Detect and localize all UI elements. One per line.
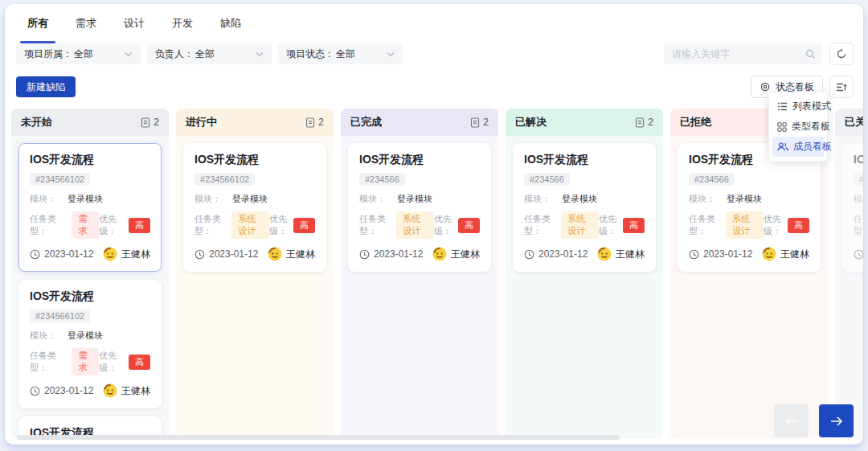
menu-item-list-mode-label: 列表模式 xyxy=(792,100,831,113)
task-type-badge: 需求 xyxy=(72,348,99,375)
card-date: 2023-01-12 xyxy=(524,248,588,260)
card-footer: 2023-01-12王健林 xyxy=(30,247,150,261)
sort-icon xyxy=(836,82,847,92)
tab-requirements[interactable]: 需求 xyxy=(76,16,96,36)
search-input[interactable] xyxy=(672,48,805,59)
kanban-column: 已关闭2IOS开发流程#234566模块：登录模块任务类型：系统设计优先级：高2… xyxy=(835,109,863,439)
assignee-name: 王健林 xyxy=(121,384,150,398)
document-icon xyxy=(141,117,150,128)
card-assignee: 王健林 xyxy=(103,383,150,398)
column-body: IOS开发流程#234566102模块：登录模块任务类型：系统设计优先级：高20… xyxy=(176,136,334,279)
column-body: IOS开发流程#234566模块：登录模块任务类型：系统设计优先级：高2023-… xyxy=(835,136,863,279)
tab-all-label: 所有 xyxy=(27,17,48,29)
menu-item-type-board[interactable]: 类型看板 xyxy=(772,117,824,137)
card-module-row: 模块：登录模块 xyxy=(30,330,150,342)
card-id-badge: #234566102 xyxy=(30,173,90,186)
tab-design[interactable]: 设计 xyxy=(124,16,145,36)
card-date: 2023-01-12 xyxy=(359,248,423,260)
card-type-priority-row: 任务类型：需求优先级：高 xyxy=(30,348,150,375)
module-label: 模块： xyxy=(194,193,221,205)
search-box xyxy=(664,43,822,64)
avatar xyxy=(103,247,117,261)
priority-group: 优先级：高 xyxy=(269,213,315,237)
clock-icon xyxy=(194,249,205,260)
column-count-value: 2 xyxy=(648,117,653,128)
card-footer: 2023-01-12王健林 xyxy=(194,247,315,261)
card-type-priority-row: 任务类型：需求优先级：高 xyxy=(30,211,150,239)
scroll-left-button[interactable] xyxy=(774,404,809,437)
module-label: 模块： xyxy=(359,193,386,205)
card-id-badge: #234566 xyxy=(689,173,735,186)
column-header: 已解决2 xyxy=(506,109,663,136)
card-footer: 2023-01-12王健林 xyxy=(30,383,150,398)
card-module-row: 模块：登录模块 xyxy=(194,193,315,205)
kanban-column: 进行中2IOS开发流程#234566102模块：登录模块任务类型：系统设计优先级… xyxy=(176,109,334,439)
card-type-priority-row: 任务类型：系统设计优先级：高 xyxy=(194,211,315,239)
new-defect-button[interactable]: 新建缺陷 xyxy=(16,76,76,97)
reset-button[interactable] xyxy=(829,43,854,65)
document-icon xyxy=(470,117,480,128)
priority-group: 优先级：高 xyxy=(599,213,645,237)
column-count-value: 2 xyxy=(483,117,489,128)
tab-all[interactable]: 所有 xyxy=(27,16,48,36)
search-icon[interactable] xyxy=(805,49,816,59)
card-title: IOS开发流程 xyxy=(854,153,863,167)
task-card[interactable]: IOS开发流程#234566102模块：登录模块任务类型：系统设计优先级：高20… xyxy=(183,143,326,272)
card-date: 2023-01-12 xyxy=(689,248,752,260)
scroll-right-button[interactable] xyxy=(819,404,854,437)
filter-row: 项目所属： 全部 负责人： 全部 项目状态： 全部 xyxy=(5,36,863,65)
card-assignee: 王健林 xyxy=(762,247,809,261)
task-type-label: 任务类型： xyxy=(524,213,555,237)
column-title: 已拒绝 xyxy=(680,115,711,129)
column-header: 已关闭2 xyxy=(835,109,863,136)
filter-status-select[interactable]: 项目状态： 全部 xyxy=(278,43,403,64)
priority-label: 优先级： xyxy=(599,213,616,237)
horizontal-scrollbar[interactable] xyxy=(17,435,620,440)
column-body: IOS开发流程#234566模块：登录模块任务类型：系统设计优先级：高2023-… xyxy=(506,136,663,279)
card-title: IOS开发流程 xyxy=(359,153,480,167)
task-card[interactable]: IOS开发流程#234566102模块：登录模块任务类型：需求优先级：高2023… xyxy=(18,280,162,408)
priority-label: 优先级： xyxy=(99,350,122,374)
column-body: IOS开发流程#234566模块：登录模块任务类型：系统设计优先级：高2023-… xyxy=(341,136,498,279)
refresh-icon xyxy=(836,48,847,59)
avatar xyxy=(103,383,117,398)
task-card[interactable]: IOS开发流程#234566模块：登录模块任务类型：系统设计优先级：高2023-… xyxy=(678,143,821,272)
task-type-badge: 系统设计 xyxy=(561,211,599,239)
priority-group: 优先级：高 xyxy=(764,213,809,237)
card-date: 2023-01-12 xyxy=(194,248,258,260)
card-module-row: 模块：登录模块 xyxy=(854,193,863,205)
card-module-row: 模块：登录模块 xyxy=(524,193,645,205)
task-card[interactable]: IOS开发流程#234566模块：登录模块任务类型：系统设计优先级：高2023-… xyxy=(348,143,491,272)
card-type-priority-row: 任务类型：系统设计优先级：高 xyxy=(359,211,480,239)
priority-badge: 高 xyxy=(458,218,480,233)
task-card[interactable]: IOS开发流程#234566模块：登录模块任务类型：系统设计优先级：高2023-… xyxy=(842,143,863,272)
filter-project-select[interactable]: 项目所属： 全部 xyxy=(16,43,141,64)
module-value: 登录模块 xyxy=(232,193,268,205)
column-title: 已关闭 xyxy=(845,115,863,129)
sort-button[interactable] xyxy=(829,76,854,98)
priority-badge: 高 xyxy=(293,218,315,233)
menu-item-member-board[interactable]: 成员看板 xyxy=(772,137,824,157)
module-label: 模块： xyxy=(854,193,863,205)
module-label: 模块： xyxy=(689,193,715,205)
tab-development[interactable]: 开发 xyxy=(172,16,193,36)
card-id-badge: #234566 xyxy=(359,173,405,186)
chevron-down-icon xyxy=(125,51,133,57)
arrow-right-icon xyxy=(829,416,844,427)
card-footer: 2023-01-12王健林 xyxy=(524,247,645,261)
filter-owner-select[interactable]: 负责人： 全部 xyxy=(147,43,272,64)
card-date: 2023-01-12 xyxy=(30,248,93,260)
column-header: 未开始2 xyxy=(11,109,169,136)
task-card[interactable]: IOS开发流程#234566102模块：登录模块任务类型：需求优先级：高2023… xyxy=(18,143,162,272)
task-card[interactable]: IOS开发流程#234566模块：登录模块任务类型：系统设计优先级：高2023-… xyxy=(513,143,656,272)
assignee-name: 王健林 xyxy=(616,248,645,261)
card-assignee: 王健林 xyxy=(432,247,480,261)
column-count: 2 xyxy=(470,117,489,128)
task-type-label: 任务类型： xyxy=(30,350,65,374)
task-type-label: 任务类型： xyxy=(194,213,225,237)
tab-defects[interactable]: 缺陷 xyxy=(220,16,241,36)
menu-item-list-mode[interactable]: 列表模式 xyxy=(772,96,824,117)
filter-owner-label: 负责人： xyxy=(155,47,194,61)
task-type-label: 任务类型： xyxy=(359,213,390,237)
avatar xyxy=(432,247,447,261)
